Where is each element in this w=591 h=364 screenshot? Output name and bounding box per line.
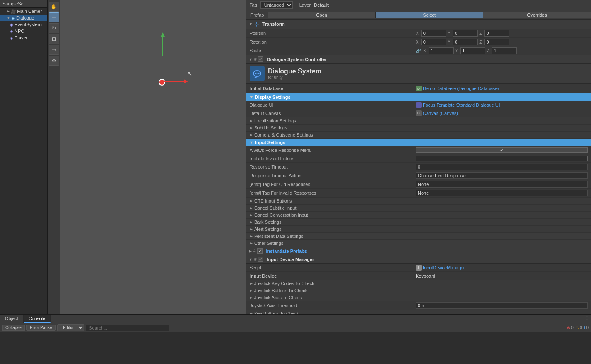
joystick-threshold-row: Joystick Axis Threshold 0.5 (246, 301, 591, 310)
input-settings-label: Input Settings (255, 140, 285, 145)
dialogue-ui-ref[interactable]: Focus Template Standard Dialogue UI (423, 103, 500, 107)
ds-logo (250, 66, 265, 81)
editor-dropdown[interactable]: Editor (57, 324, 84, 331)
hierarchy-item-label: Main Camer (17, 9, 42, 14)
instantiate-enable-checkbox[interactable]: ✓ (257, 248, 263, 254)
cancel-conversation-row[interactable]: ▶ Cancel Conversation Input (246, 212, 591, 219)
idm-enable-checkbox[interactable]: ✓ (258, 257, 263, 262)
scale-row: Scale 🔗 X 1 Y 1 Z 1 (246, 46, 591, 55)
response-timeout-label: Response Timeout (250, 164, 416, 169)
joystick-key-arrow: ▶ (250, 281, 253, 286)
rot-z[interactable]: 0 (484, 39, 509, 45)
alert-settings-row[interactable]: ▶ Alert Settings (246, 226, 591, 233)
em-tag-invalid-value[interactable]: None (416, 190, 588, 196)
tag-dropdown[interactable]: Untagged (260, 1, 293, 9)
joystick-axes-row[interactable]: ▶ Joystick Axes To Check (246, 294, 591, 301)
dsc-component-header[interactable]: ▼ # ✓ Dialogue System Controller (246, 55, 591, 64)
cancel-conversation-arrow: ▶ (250, 213, 253, 217)
hierarchy-item-main-camera[interactable]: ▶ 🎥 Main Camer (0, 8, 47, 15)
ds-subtitle: for unity (268, 75, 321, 80)
bark-settings-row[interactable]: ▶ Bark Settings (246, 219, 591, 226)
instantiate-toggle[interactable]: ▶ (249, 249, 252, 253)
camera-settings-row[interactable]: ▶ Camera & Cutscene Settings (246, 132, 591, 139)
prefab-overrides-button[interactable]: Overrides (483, 12, 591, 18)
cancel-subtitle-label: Cancel Subtitle Input (254, 205, 297, 210)
warning-count: ⚠ 0 (575, 325, 582, 330)
joystick-key-codes-row[interactable]: ▶ Joystick Key Codes To Check (246, 280, 591, 287)
idm-toggle[interactable]: ▼ (249, 257, 253, 261)
pos-x[interactable]: 0 (421, 30, 446, 37)
dsc-toggle[interactable]: ▼ (249, 57, 253, 61)
console-search-input[interactable] (86, 325, 169, 331)
qte-buttons-row[interactable]: ▶ QTE Input Buttons (246, 198, 591, 205)
rot-y[interactable]: 0 (453, 39, 478, 45)
transform-component-header[interactable]: ▼ ⊹ Transform (246, 20, 591, 29)
localization-settings-row[interactable]: ▶ Localization Settings (246, 117, 591, 125)
pos-y[interactable]: 0 (453, 30, 478, 37)
tab-console[interactable]: Console (24, 315, 51, 323)
tool-move[interactable]: ✛ (49, 12, 59, 22)
persistent-data-row[interactable]: ▶ Persistent Data Settings (246, 233, 591, 240)
y-axis-handle[interactable] (162, 35, 163, 56)
subtitle-settings-row[interactable]: ▶ Subtitle Settings (246, 125, 591, 132)
rotation-label: Rotation (250, 39, 416, 44)
prefab-select-button[interactable]: Select (376, 12, 483, 18)
display-settings-header[interactable]: ▼ Display Settings (246, 93, 591, 101)
joystick-threshold-value[interactable]: 0.5 (416, 302, 588, 309)
key-buttons-arrow: ▶ (250, 311, 253, 314)
expand-arrow: ▶ (7, 9, 10, 13)
position-row: Position X 0 Y 0 Z 0 (246, 29, 591, 38)
always-force-label: Always Force Response Menu (250, 148, 416, 153)
always-force-checkbox[interactable]: ✓ (416, 147, 588, 153)
default-canvas-row: Default Canvas C Canvas (Canvas) (246, 109, 591, 117)
ds-title-group: Dialogue System for unity (268, 68, 321, 80)
tool-hand[interactable]: ✋ (49, 2, 59, 12)
x-axis-handle[interactable] (162, 81, 185, 82)
dsc-enable-checkbox[interactable]: ✓ (258, 56, 263, 62)
scene-view: ↖ (60, 0, 246, 314)
rot-x[interactable]: 0 (421, 39, 446, 45)
instantiate-prefabs-header[interactable]: ▶ # ✓ Instantiate Prefabs (246, 247, 591, 255)
alert-arrow: ▶ (250, 227, 253, 231)
other-settings-row[interactable]: ▶ Other Settings (246, 240, 591, 247)
hierarchy-item-npc[interactable]: ◈ NPC (0, 28, 47, 34)
scale-x[interactable]: 1 (429, 47, 454, 54)
initial-db-value: D Demo Database (Dialogue Database) (416, 86, 588, 91)
transform-center[interactable] (159, 79, 165, 86)
error-count: ⊗ 0 (567, 325, 574, 330)
initial-db-ref[interactable]: Demo Database (Dialogue Database) (423, 86, 499, 91)
canvas-ref[interactable]: Canvas (Canvas) (423, 111, 458, 116)
tool-rotate[interactable]: ↻ (49, 23, 59, 33)
cancel-subtitle-row[interactable]: ▶ Cancel Subtitle Input (246, 205, 591, 212)
collapse-button[interactable]: Collapse (2, 325, 25, 331)
joystick-buttons-row[interactable]: ▶ Joystick Buttons To Check (246, 287, 591, 294)
tool-transform[interactable]: ⊕ (49, 56, 59, 66)
other-settings-label: Other Settings (254, 241, 283, 246)
tab-object[interactable]: Object (0, 315, 24, 323)
dialogue-ui-icon: F (416, 102, 422, 108)
key-buttons-row[interactable]: ▶ Key Buttons To Check (246, 310, 591, 314)
input-settings-header[interactable]: ▼ Input Settings (246, 139, 591, 146)
persistent-data-arrow: ▶ (250, 234, 253, 238)
response-timeout-input[interactable]: 0 (416, 164, 588, 170)
error-pause-button[interactable]: Error Pause (26, 325, 56, 331)
hierarchy-item-dialogue[interactable]: ▼ ◈ Dialogue (0, 15, 47, 21)
response-timeout-action-value[interactable]: Choose First Response (416, 172, 588, 179)
cancel-conversation-label: Cancel Conversation Input (254, 213, 308, 217)
bottom-panel-menu[interactable]: ⋮ (583, 315, 591, 323)
idm-component-header[interactable]: ▼ # ✓ Input Device Manager (246, 255, 591, 264)
em-tag-old-value[interactable]: None (416, 181, 588, 188)
event-icon: ◈ (10, 22, 13, 27)
hierarchy-item-player[interactable]: ◈ Player (0, 34, 47, 41)
hierarchy-item-label: NPC (15, 29, 24, 34)
script-ref[interactable]: InputDeviceManager (423, 265, 465, 270)
tool-rect[interactable]: ▭ (49, 45, 59, 55)
transform-toggle[interactable]: ▼ (249, 22, 253, 26)
pos-z[interactable]: 0 (484, 30, 509, 37)
tool-scale[interactable]: ⊞ (49, 34, 59, 44)
scale-z[interactable]: 1 (492, 47, 517, 54)
prefab-open-button[interactable]: Open (268, 12, 375, 18)
scale-y[interactable]: 1 (460, 47, 485, 54)
include-invalid-checkbox[interactable] (416, 156, 588, 161)
hierarchy-item-event-system[interactable]: ◈ EventSystem (0, 21, 47, 28)
